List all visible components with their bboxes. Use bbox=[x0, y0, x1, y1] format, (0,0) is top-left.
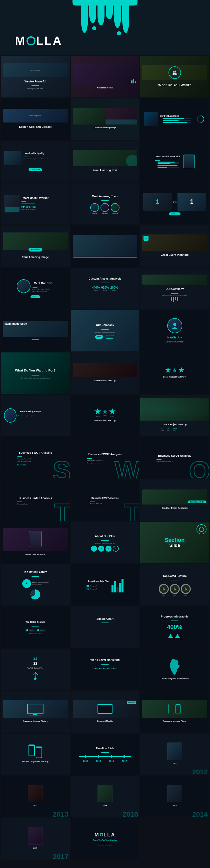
slide-breathtaking: Breathtaking Image Breathtaking descript… bbox=[1, 395, 70, 436]
slide-34-bar bbox=[101, 540, 109, 541]
slide-30-title: Business SWOT Analysis bbox=[156, 453, 193, 458]
slide-20-btn1[interactable]: About bbox=[95, 335, 103, 339]
slide-39-title: Simple Chart bbox=[95, 616, 115, 621]
slide-4-title: Keep it Cool and Elegant bbox=[18, 124, 53, 129]
slide-14 bbox=[71, 225, 140, 267]
slide-event-start: Event Project Start Party bbox=[140, 352, 209, 394]
slide-worldwide-quality: Worldwide Quality Description text goes … bbox=[1, 141, 70, 182]
drip-dot-2 bbox=[117, 31, 121, 35]
slide-9-title: Most Useful Work Skill bbox=[155, 154, 182, 159]
slide-13-title: Your Amazing Image bbox=[21, 254, 50, 260]
slide-what-do-you-want: ☕ What Do You Want? bbox=[140, 56, 209, 97]
slide-29-subtitle: Weaknesses: What is W bbox=[87, 459, 123, 461]
slide-53-year: 2017 bbox=[3, 846, 68, 850]
slide-swot-t2: T Business SWOT Analysis Threats: What i… bbox=[71, 479, 140, 521]
slide-54-tagline: Presentation Template bbox=[98, 844, 112, 846]
slide-support: 21 22 We Will Support You bbox=[1, 649, 70, 690]
slide-21-name: Natalie Joy bbox=[166, 335, 183, 340]
slides-grid: ▪ City Image We Are Powerful Description… bbox=[0, 55, 210, 861]
slide-7-title: Worldwide Quality bbox=[24, 151, 67, 156]
slide-31-bar bbox=[17, 501, 22, 502]
slide-19-title: Main Image Slide bbox=[4, 322, 66, 326]
slide-24-title: Event Project Start Party bbox=[162, 375, 188, 379]
slide-44-title: Awesome Mockup Picture bbox=[22, 719, 49, 723]
slide-49-year: 2012 bbox=[142, 761, 207, 766]
slide-45-title: Featured Mackie bbox=[96, 719, 114, 723]
slide-work-skill: Most Useful Work Skill bbox=[140, 141, 209, 182]
slide-40-bar bbox=[171, 620, 178, 621]
slide-featured-skill: Our Featured Skill bbox=[140, 98, 209, 140]
slide-awesome-picture: Awesome Picture bbox=[71, 56, 140, 97]
slide-31-subtitle: Threats: What is T bbox=[17, 503, 54, 505]
slide-event-26: Award Prize Trophy Event Project Start U… bbox=[71, 395, 140, 436]
slide-51-year: 2016 bbox=[73, 804, 138, 808]
slide-16-title: Meet Our CEO bbox=[33, 280, 54, 286]
slide-single-portrait: Single Portrait Image bbox=[1, 522, 70, 563]
slide-18-title: Our Company bbox=[164, 286, 185, 291]
slide-swot-s: S Business SWOT Analysis Strengths: What… bbox=[1, 437, 70, 478]
year-2013: 2013 bbox=[96, 760, 101, 762]
slide-15-title: Great Event Planning bbox=[159, 252, 190, 257]
arrow-up-1 bbox=[168, 634, 173, 638]
slide-waiting-for: What Do You Waiting For? Get started tod… bbox=[1, 352, 70, 394]
slide-23-title: Event Project Start Up bbox=[93, 378, 117, 383]
slide-amazing-port: Your Amazing Port bbox=[71, 141, 140, 182]
year-2012: 2012 bbox=[83, 760, 88, 762]
slide-7-btn[interactable]: Learn More bbox=[29, 168, 42, 172]
slide-46-title: Awesome Mockup Pictur bbox=[161, 719, 188, 723]
slide-25-title: Breathtaking Image bbox=[18, 409, 66, 414]
slide-23: Event Project Start Up bbox=[71, 352, 140, 394]
slide-31b-title: Business SWOT Analysis bbox=[90, 496, 120, 501]
slide-we-are-powerful: ▪ City Image We Are Powerful Description… bbox=[1, 56, 70, 97]
slide-41-subtitle: We Will Support You bbox=[26, 666, 45, 670]
slide-event-large-1: Event Project Start Up 27Days 17Teams $1… bbox=[140, 395, 209, 436]
drip-3 bbox=[98, 5, 105, 26]
slide-progress-infographic: Progress Infographic 400% bbox=[140, 607, 209, 648]
year-2017: 2017 bbox=[122, 760, 127, 762]
slide-12-winner: 1st Winner bbox=[169, 212, 180, 215]
slide-swot-o: O Business SWOT Analysis Opportunities: … bbox=[140, 437, 209, 478]
slide-boost-story: Boost Story Data Play Category A Categor… bbox=[71, 564, 140, 606]
slide-meet-ceo: Meet Our CEO Chief Executive Officer Des… bbox=[1, 268, 70, 309]
uk-shape bbox=[169, 659, 181, 675]
slide-uk-map: United Kingdom Map Feature bbox=[140, 649, 209, 690]
slide-16-btn[interactable]: Contact bbox=[31, 296, 40, 298]
slide-year-2014: 2014 2014 bbox=[140, 776, 209, 817]
slide-our-company-2: Our Company Company description text her… bbox=[71, 310, 140, 351]
slide-section: Section Slide bbox=[140, 522, 209, 563]
slide-1-subtitle: Description text here bbox=[26, 87, 45, 90]
slide-17-bar bbox=[101, 283, 109, 283]
slide-8-title: Your Amazing Port bbox=[91, 167, 119, 173]
slide-20-btn2[interactable]: More bbox=[105, 335, 114, 339]
slide-swot-t: T Business SWOT Analysis Threats: What i… bbox=[1, 479, 70, 521]
coin-1: $ bbox=[159, 584, 169, 594]
slide-1-title: We Are Powerful bbox=[23, 79, 48, 84]
slide-swot-w: W Business SWOT Analysis Weaknesses: Wha… bbox=[71, 437, 140, 478]
slide-amazing-team: Most Amazing Team Member Member Member bbox=[71, 183, 140, 224]
slide-top-rated-large: Top Rated Feature $ Feature 1 $ Feature … bbox=[140, 564, 209, 606]
slide-top-rated-right: Top Rated Feature Category Feature All W… bbox=[1, 607, 70, 648]
slide-22-bar bbox=[32, 375, 39, 375]
slide-27-title: Event Project Start Up bbox=[161, 422, 188, 427]
drip-decoration bbox=[68, 0, 142, 33]
slide-3-title: What Do You Want? bbox=[157, 82, 193, 88]
svg-point-1 bbox=[34, 677, 36, 680]
slide-52-year: 2014 bbox=[142, 804, 207, 808]
slide-outdoor-event: Favorite Activity Outdoor Event Schedule bbox=[140, 479, 209, 521]
slide-natalie-joy: Natalie Joy Chief Executive Officer bbox=[140, 310, 209, 351]
slide-world-marketing: World Level Marketing bbox=[71, 649, 140, 690]
slide-42-bar bbox=[101, 664, 109, 664]
slide-double-shooting: Double Shooting Image bbox=[71, 98, 140, 140]
slide-54-sub: Thank You For Your Attention bbox=[93, 839, 117, 841]
slide-28-title: Business SWOT Analysis bbox=[17, 450, 54, 456]
slide-vs-battle: 1 vs 1 1st Winner bbox=[140, 183, 209, 224]
slide-19-bar bbox=[32, 339, 39, 340]
drip-dot-1 bbox=[92, 26, 96, 30]
slide-top-rated-title: Top Rated Feature bbox=[161, 573, 188, 579]
slide-tr-right-bar bbox=[32, 626, 39, 626]
slide-featured-mackie: Featured Featured Mackie bbox=[71, 691, 140, 733]
slide-double-mockup: Double Drugstores Mockup bbox=[1, 734, 70, 775]
slide-your-amazing-image: Featured Your Amazing Image bbox=[1, 225, 70, 267]
slide-50-year: 2013 bbox=[3, 804, 68, 808]
slide-21-role: Chief Executive Officer bbox=[164, 340, 185, 343]
